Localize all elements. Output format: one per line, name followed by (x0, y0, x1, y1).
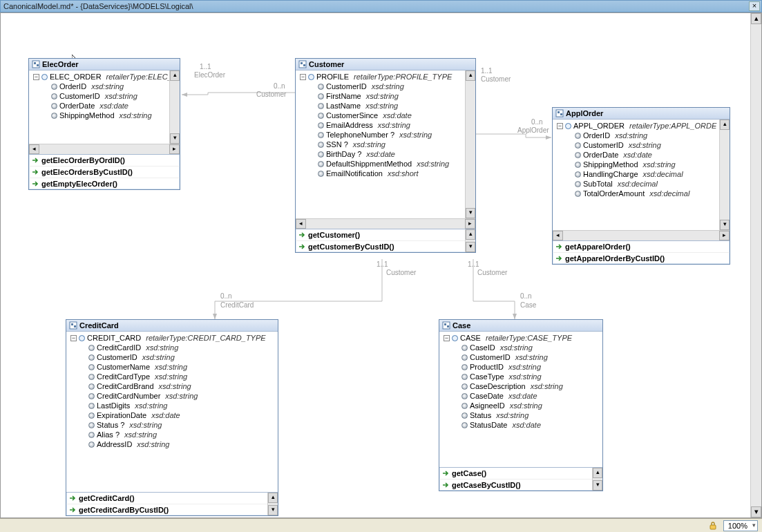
attribute-row[interactable]: CreditCardTypexsd:string (66, 372, 278, 381)
attribute-row[interactable]: CustomerIDxsd:string (439, 352, 602, 362)
scroll-left[interactable]: ◂ (296, 219, 306, 229)
tree-root-row[interactable]: − CASE retailerType:CASE_TYPE (439, 333, 602, 343)
ops-scroll[interactable]: ▴▾ (465, 229, 475, 252)
close-button[interactable]: × (749, 1, 760, 11)
tree-root-row[interactable]: − CREDIT_CARD retailerType:CREDIT_CARD_T… (66, 333, 278, 343)
canvas-scrollbar-v[interactable]: ▴ ▾ (750, 13, 761, 517)
attribute-row[interactable]: EmailNotificationxsd:short (296, 169, 475, 178)
entity-applorder[interactable]: ApplOrder − APPL_ORDER retailerType:APPL… (552, 107, 730, 265)
operation-row[interactable]: getCase() (439, 468, 602, 479)
entity-title[interactable]: CreditCard (66, 320, 278, 332)
entity-title[interactable]: ApplOrder (553, 108, 730, 120)
operation-row[interactable]: getApparelOrderByCustID() (553, 253, 730, 264)
attribute-row[interactable]: Alias ?xsd:string (66, 430, 278, 439)
ops-scroll[interactable]: ▴▾ (592, 468, 602, 491)
body-scrollbar-v[interactable]: ▴▾ (719, 120, 730, 230)
scroll-left[interactable]: ◂ (29, 144, 39, 154)
zoom-selector[interactable]: 100% (723, 520, 758, 531)
attribute-row[interactable]: CustomerIDxsd:string (66, 352, 278, 362)
collapse-toggle[interactable]: − (70, 335, 77, 341)
body-scrollbar-v[interactable]: ▴▾ (465, 70, 475, 218)
entity-elecorder[interactable]: ElecOrder − ELEC_ORDER retailerType:ELEC… (28, 58, 180, 190)
attribute-row[interactable]: CustomerNamexsd:string (66, 362, 278, 372)
scroll-up[interactable]: ▴ (466, 229, 475, 240)
attribute-row[interactable]: CaseDescriptionxsd:string (439, 381, 602, 391)
operation-row[interactable]: getCreditCardByCustID() (66, 504, 278, 515)
scroll-up[interactable]: ▴ (466, 70, 475, 81)
attribute-row[interactable]: FirstNamexsd:string (296, 91, 475, 101)
attribute-row[interactable]: LastNamexsd:string (296, 101, 475, 111)
attribute-row[interactable]: SSN ?xsd:string (296, 140, 475, 149)
scroll-down[interactable]: ▾ (751, 506, 761, 517)
attribute-row[interactable]: ExpirationDatexsd:date (66, 410, 278, 420)
attribute-row[interactable]: Statusxsd:string (439, 410, 602, 420)
scroll-right[interactable]: ▸ (169, 144, 180, 154)
scroll-down[interactable]: ▾ (593, 480, 602, 491)
operation-row[interactable]: getApparelOrder() (553, 241, 730, 253)
diagram-canvas[interactable]: 1..1 ElecOrder 0..n Customer 1..1 Custom… (1, 13, 761, 517)
scroll-up[interactable]: ▴ (268, 493, 278, 503)
attribute-row[interactable]: CreditCardNumberxsd:string (66, 391, 278, 401)
attribute-row[interactable]: CreditCardBrandxsd:string (66, 381, 278, 391)
attribute-row[interactable]: AsigneeIDxsd:string (439, 401, 602, 410)
scroll-up[interactable]: ▴ (170, 70, 180, 81)
operation-row[interactable]: getCustomerByCustID() (296, 241, 475, 252)
scroll-up[interactable]: ▴ (720, 120, 730, 130)
attribute-row[interactable]: CustomerIDxsd:string (29, 91, 180, 101)
attribute-row[interactable]: OrderIDxsd:string (29, 82, 180, 91)
scroll-down[interactable]: ▾ (170, 133, 180, 144)
scroll-right[interactable]: ▸ (719, 231, 730, 240)
attribute-row[interactable]: DefaultShippmentMethodxsd:string (296, 159, 475, 169)
tree-root-row[interactable]: − PROFILE retailerType:PROFILE_TYPE (296, 72, 475, 82)
entity-title[interactable]: Case (439, 320, 602, 332)
attribute-row[interactable]: OrderIDxsd:string (553, 131, 730, 140)
attribute-row[interactable]: ShippingMethodxsd:string (553, 160, 730, 169)
attribute-row[interactable]: TotalOrderAmountxsd:decimal (553, 189, 730, 198)
scroll-left[interactable]: ◂ (553, 231, 563, 240)
attribute-row[interactable]: CustomerIDxsd:string (553, 140, 730, 150)
attribute-row[interactable]: TelephoneNumber ?xsd:string (296, 130, 475, 140)
scroll-right[interactable]: ▸ (465, 219, 475, 229)
attribute-row[interactable]: CaseTypexsd:string (439, 372, 602, 381)
attribute-row[interactable]: OrderDatexsd:date (29, 101, 180, 111)
ops-scroll[interactable]: ▴▾ (267, 493, 278, 515)
operation-row[interactable]: getCreditCard() (66, 493, 278, 504)
operation-row[interactable]: getElecOrdersByCustID() (29, 167, 180, 178)
attribute-row[interactable]: BirthDay ?xsd:date (296, 149, 475, 159)
attribute-row[interactable]: Status ?xsd:string (66, 420, 278, 430)
body-scrollbar-h[interactable]: ◂▸ (29, 144, 180, 154)
operation-row[interactable]: getEmptyElecOrder() (29, 178, 180, 189)
collapse-toggle[interactable]: − (557, 123, 563, 129)
attribute-row[interactable]: LastDigitsxsd:string (66, 401, 278, 410)
attribute-row[interactable]: CustomerSincexsd:date (296, 111, 475, 120)
attribute-row[interactable]: CustomerIDxsd:string (296, 82, 475, 91)
scroll-up[interactable]: ▴ (593, 468, 602, 478)
collapse-toggle[interactable]: − (33, 74, 39, 80)
body-scrollbar-v[interactable]: ▴▾ (169, 70, 180, 144)
entity-title[interactable]: Customer (296, 59, 475, 70)
tree-root-row[interactable]: − ELEC_ORDER retailerType:ELEC_ (29, 72, 180, 82)
scroll-down[interactable]: ▾ (720, 220, 730, 230)
entity-case[interactable]: Case − CASE retailerType:CASE_TYPE CaseI… (439, 319, 603, 491)
attribute-row[interactable]: CreditCardIDxsd:string (66, 343, 278, 352)
scroll-down[interactable]: ▾ (466, 208, 475, 218)
entity-creditcard[interactable]: CreditCard − CREDIT_CARD retailerType:CR… (66, 319, 278, 516)
attribute-row[interactable]: CaseDatexsd:date (439, 391, 602, 401)
collapse-toggle[interactable]: − (300, 74, 306, 80)
body-scrollbar-h[interactable]: ◂▸ (553, 230, 730, 240)
attribute-row[interactable]: StatusDatexsd:date (439, 420, 602, 430)
operation-row[interactable]: getElecOrderByOrdID() (29, 155, 180, 167)
collapse-toggle[interactable]: − (444, 335, 450, 341)
entity-title[interactable]: ElecOrder (29, 59, 180, 70)
scroll-down[interactable]: ▾ (466, 242, 475, 252)
scroll-up[interactable]: ▴ (751, 13, 761, 24)
attribute-row[interactable]: CaseIDxsd:string (439, 343, 602, 352)
entity-customer[interactable]: Customer − PROFILE retailerType:PROFILE_… (295, 58, 476, 253)
attribute-row[interactable]: SubTotalxsd:decimal (553, 179, 730, 189)
attribute-row[interactable]: OrderDatexsd:date (553, 150, 730, 160)
attribute-row[interactable]: HandlingChargexsd:decimal (553, 169, 730, 179)
operation-row[interactable]: getCustomer() (296, 229, 475, 241)
attribute-row[interactable]: EmailAddressxsd:string (296, 120, 475, 130)
scroll-down[interactable]: ▾ (268, 505, 278, 515)
attribute-row[interactable]: AddressIDxsd:string (66, 439, 278, 449)
